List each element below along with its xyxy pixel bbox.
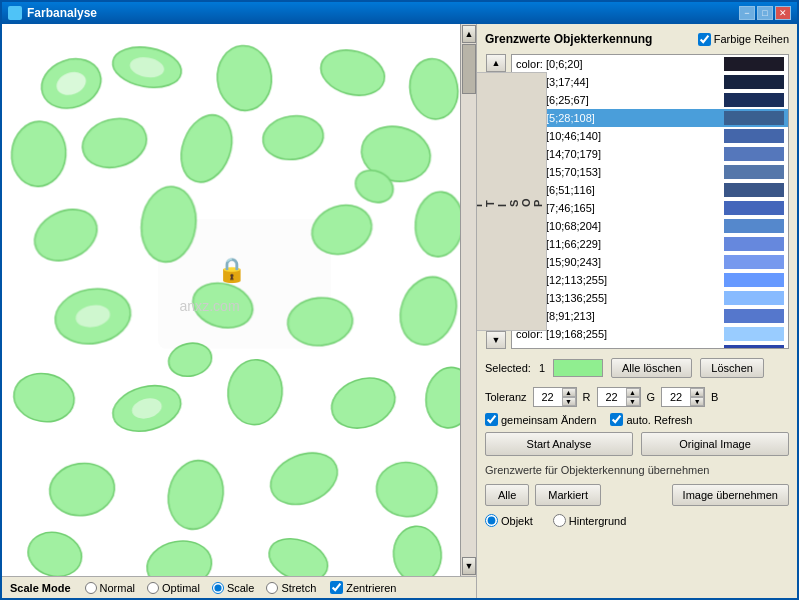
markiert-button[interactable]: Markiert [535,484,601,506]
objekt-label: Objekt [501,515,533,527]
color-row[interactable]: color: [6;25;67] [512,91,788,109]
action-row: Alle Markiert Image übernehmen [485,484,789,506]
titlebar-buttons: − □ ✕ [739,6,791,20]
original-image-button[interactable]: Original Image [641,432,789,456]
scroll-thumb-v[interactable] [462,44,476,94]
auto-refresh-label: auto. Refresh [626,414,692,426]
scale-mode-stretch-radio[interactable] [266,582,278,594]
objekt-radio[interactable] [485,514,498,527]
loschen-button[interactable]: Löschen [700,358,764,378]
alle-loschen-button[interactable]: Alle löschen [611,358,692,378]
pos-up-btn[interactable]: ▲ [486,54,506,72]
hintergrund-radio[interactable] [553,514,566,527]
color-row[interactable]: color: [15;70;153] [512,163,788,181]
zentrieren-checkbox[interactable] [330,581,343,594]
titlebar-title: Farbanalyse [8,6,97,20]
toleranz-g-down[interactable]: ▼ [626,397,640,406]
color-row-swatch [724,111,784,125]
grenzwerte-title: Grenzwerte Objekterkennung [485,32,652,46]
canvas-area: 🔒 anxz.com ▲ ▼ ◀ ▶ [2,24,477,598]
color-row[interactable]: color: [7;46;165] [512,199,788,217]
image-ubernehmen-button[interactable]: Image übernehmen [672,484,789,506]
color-row-swatch [724,57,784,71]
color-row[interactable]: color: [5;28;108] [512,109,788,127]
minimize-button[interactable]: − [739,6,755,20]
toleranz-r-down[interactable]: ▼ [562,397,576,406]
farbige-reihen-label: Farbige Reihen [714,33,789,45]
toleranz-g-field[interactable] [598,388,626,406]
color-row[interactable]: color: [15;90;243] [512,253,788,271]
window-title: Farbanalyse [27,6,97,20]
color-row[interactable]: color: [6;51;116] [512,181,788,199]
auto-refresh-item: auto. Refresh [610,413,692,426]
color-row[interactable]: color: [10;68;204] [512,217,788,235]
farbige-reihen-checkbox[interactable] [698,33,711,46]
scale-mode-stretch-label: Stretch [281,582,316,594]
scale-mode-normal-radio[interactable] [85,582,97,594]
zentrieren-label: Zentrieren [346,582,396,594]
right-panel: Grenzwerte Objekterkennung Farbige Reihe… [477,24,797,598]
toleranz-b-up[interactable]: ▲ [690,388,704,397]
pos-label: POSITION [477,72,547,331]
color-row[interactable]: color: [10;46;140] [512,127,788,145]
scale-mode-stretch: Stretch [266,582,316,594]
toleranz-b-spin: ▲ ▼ [690,388,704,406]
color-list[interactable]: color: [0;6;20]color: [3;17;44]color: [6… [511,54,789,349]
selected-row: Selected: 1 Alle löschen Löschen [485,355,789,381]
start-analyse-button[interactable]: Start Analyse [485,432,633,456]
color-row-swatch [724,183,784,197]
pos-down-btn[interactable]: ▼ [486,331,506,349]
auto-refresh-checkbox[interactable] [610,413,623,426]
toleranz-b-input: ▲ ▼ [661,387,705,407]
scrollbar-vertical[interactable]: ▲ ▼ [460,24,476,576]
toleranz-g-input: ▲ ▼ [597,387,641,407]
color-row-swatch [724,129,784,143]
color-row[interactable]: color: [12;113;255] [512,271,788,289]
titlebar: Farbanalyse − □ ✕ [2,2,797,24]
color-row[interactable]: color: [19;168;255] [512,325,788,343]
color-row[interactable]: color: [3;17;44] [512,73,788,91]
color-row-label: color: [0;6;20] [516,58,720,70]
color-row[interactable]: color: [14;70;179] [512,145,788,163]
color-row-swatch [724,345,784,349]
scroll-down-btn[interactable]: ▼ [462,557,476,575]
color-row[interactable]: color: [11;66;229] [512,235,788,253]
scale-mode-bar: Scale Mode Normal Optimal Scale [2,576,476,598]
toleranz-r-field[interactable] [534,388,562,406]
color-row-swatch [724,327,784,341]
scale-mode-optimal-label: Optimal [162,582,200,594]
color-row[interactable]: color: [13;136;255] [512,289,788,307]
toleranz-r-input: ▲ ▼ [533,387,577,407]
color-row-swatch [724,75,784,89]
gemeinsam-andern-checkbox[interactable] [485,413,498,426]
canvas-view: 🔒 anxz.com ▲ ▼ [2,24,476,576]
color-row-swatch [724,165,784,179]
maximize-button[interactable]: □ [757,6,773,20]
start-row: Start Analyse Original Image [485,432,789,456]
close-button[interactable]: ✕ [775,6,791,20]
color-row[interactable]: color: [0;23;131] [512,343,788,349]
svg-text:🔒: 🔒 [217,255,247,284]
scale-mode-optimal-radio[interactable] [147,582,159,594]
alle-button[interactable]: Alle [485,484,529,506]
scale-mode-optimal: Optimal [147,582,200,594]
toleranz-r-up[interactable]: ▲ [562,388,576,397]
toleranz-b-down[interactable]: ▼ [690,397,704,406]
position-controls: ▲ POSITION ▼ [485,54,507,349]
color-row-swatch [724,273,784,287]
toleranz-label: Toleranz [485,391,527,403]
scale-mode-scale: Scale [212,582,255,594]
color-row[interactable]: color: [8;91;213] [512,307,788,325]
hintergrund-label: Hintergrund [569,515,626,527]
toleranz-b-field[interactable] [662,388,690,406]
toleranz-g-up[interactable]: ▲ [626,388,640,397]
toleranz-b-label: B [711,391,718,403]
scale-mode-scale-radio[interactable] [212,582,224,594]
color-row-label: color: [0;23;131] [516,346,720,349]
scroll-up-btn[interactable]: ▲ [462,25,476,43]
color-row[interactable]: color: [0;6;20] [512,55,788,73]
selected-label: Selected: [485,362,531,374]
selected-value: 1 [539,362,545,374]
options-row: gemeinsam Ändern auto. Refresh [485,413,789,426]
main-content: 🔒 anxz.com ▲ ▼ ◀ ▶ [2,24,797,598]
